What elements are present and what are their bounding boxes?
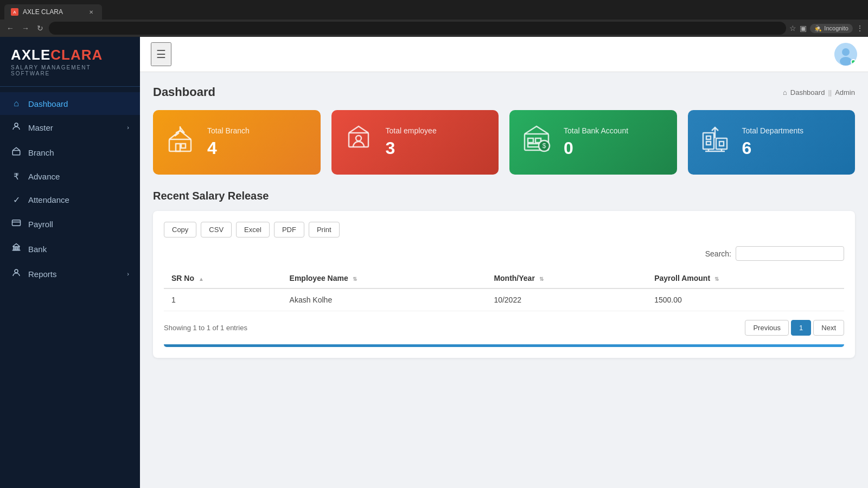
browser-actions: ☆ ▣ 🕵 Incognito ⋮ (789, 24, 864, 33)
branch-icon (11, 146, 22, 158)
bookmark-icon[interactable]: ☆ (789, 24, 796, 33)
col-payroll-amount[interactable]: Payroll Amount ⇅ (647, 268, 844, 288)
sort-month-icon: ⇅ (539, 276, 544, 282)
sidebar-item-attendance[interactable]: ✓ Attendance (0, 188, 140, 211)
sort-sr-icon: ▲ (199, 276, 204, 282)
svg-point-18 (356, 136, 361, 141)
col-month-year[interactable]: Month/Year ⇅ (486, 268, 647, 288)
search-label: Search: (705, 249, 731, 258)
sidebar-label-branch: Branch (28, 148, 54, 157)
sort-payroll-icon: ⇅ (714, 276, 719, 282)
sidebar-item-advance[interactable]: ₹ Advance (0, 165, 140, 188)
svg-rect-14 (181, 144, 186, 148)
header-right (834, 43, 857, 66)
employee-stat-info: Total employee 3 (386, 126, 437, 158)
sidebar-nav: ⌂ Dashboard Master › Branch ₹ A (0, 87, 140, 488)
branch-stat-value: 4 (207, 138, 250, 158)
logo: AXLECLARA (11, 47, 129, 63)
branch-stat-label: Total Branch (207, 126, 250, 135)
svg-rect-27 (706, 136, 711, 139)
pdf-button[interactable]: PDF (274, 222, 304, 237)
col-month-year-label: Month/Year (494, 274, 534, 282)
attendance-icon: ✓ (11, 195, 22, 205)
sidebar-item-payroll[interactable]: Payroll (0, 211, 140, 236)
incognito-label: Incognito (824, 25, 848, 31)
forward-button[interactable]: → (20, 23, 31, 34)
reports-icon (11, 268, 22, 280)
bank-stat-icon: $ (520, 123, 553, 162)
bank-stat-value: 0 (564, 138, 628, 158)
page-title: Dashboard (153, 85, 215, 99)
svg-point-11 (840, 57, 852, 66)
browser-toolbar: ← → ↻ ☆ ▣ 🕵 Incognito ⋮ (0, 20, 868, 37)
active-tab[interactable]: A AXLE CLARA ✕ (4, 4, 102, 20)
bank-stat-info: Total Bank Account 0 (564, 126, 628, 158)
sidebar-item-reports[interactable]: Reports › (0, 261, 140, 286)
browser-chrome: A AXLE CLARA ✕ ← → ↻ ☆ ▣ 🕵 Incognito ⋮ (0, 0, 868, 37)
tab-close-button[interactable]: ✕ (87, 8, 95, 16)
breadcrumb: ⌂ Dashboard || Admin (783, 88, 855, 97)
hamburger-button[interactable]: ☰ (151, 42, 171, 66)
app-container: AXLECLARA SALARY MANAGEMENT SOFTWARE ⌂ D… (0, 37, 868, 488)
reports-arrow-icon: › (127, 271, 129, 277)
sidebar-label-bank: Bank (28, 245, 47, 254)
previous-button[interactable]: Previous (745, 320, 789, 336)
col-employee-name[interactable]: Employee Name ⇅ (282, 268, 487, 288)
stat-card-branch: Total Branch 4 (153, 110, 321, 175)
stat-card-bank: $ Total Bank Account 0 (509, 110, 677, 175)
menu-icon[interactable]: ⋮ (856, 24, 864, 33)
salary-section-title: Recent Salary Release (153, 190, 855, 202)
svg-rect-6 (18, 247, 19, 251)
top-header: ☰ (140, 37, 868, 72)
sidebar-label-attendance: Attendance (28, 195, 69, 204)
sidebar-item-master[interactable]: Master › (0, 115, 140, 140)
excel-button[interactable]: Excel (236, 222, 270, 237)
cell-sr-no: 1 (164, 288, 282, 311)
svg-rect-1 (12, 151, 20, 155)
sidebar-label-reports: Reports (28, 269, 57, 279)
address-bar[interactable] (49, 22, 786, 35)
search-input[interactable] (736, 246, 844, 261)
sidebar: AXLECLARA SALARY MANAGEMENT SOFTWARE ⌂ D… (0, 37, 140, 488)
user-avatar[interactable] (834, 43, 857, 66)
salary-table-container: Copy CSV Excel PDF Print Search: (153, 211, 855, 358)
extension-icon[interactable]: ▣ (800, 24, 807, 33)
table-row: 1 Akash Kolhe 10/2022 1500.00 (164, 288, 844, 311)
browser-tabs: A AXLE CLARA ✕ (0, 0, 868, 20)
sidebar-label-master: Master (28, 123, 53, 132)
refresh-button[interactable]: ↻ (35, 23, 46, 34)
svg-rect-20 (528, 138, 533, 143)
breadcrumb-separator: || (828, 88, 832, 97)
main-content: ☰ Dashboard ⌂ Dash (140, 37, 868, 488)
employee-stat-value: 3 (386, 138, 437, 158)
copy-button[interactable]: Copy (164, 222, 196, 237)
advance-icon: ₹ (11, 171, 22, 182)
departments-stat-icon (699, 123, 731, 162)
tab-title: AXLE CLARA (23, 8, 63, 16)
sidebar-item-bank[interactable]: Bank (0, 236, 140, 261)
print-button[interactable]: Print (309, 222, 340, 237)
col-sr-no-label: SR No (171, 274, 194, 282)
csv-button[interactable]: CSV (201, 222, 232, 237)
sidebar-item-branch[interactable]: Branch (0, 140, 140, 165)
back-button[interactable]: ← (4, 23, 16, 34)
employee-stat-icon (342, 123, 375, 162)
logo-subtitle: SALARY MANAGEMENT SOFTWARE (11, 65, 129, 76)
branch-stat-info: Total Branch 4 (207, 126, 250, 158)
sidebar-item-dashboard[interactable]: ⌂ Dashboard (0, 92, 140, 115)
sidebar-label-dashboard: Dashboard (28, 99, 68, 108)
col-payroll-amount-label: Payroll Amount (654, 274, 710, 282)
page-1-button[interactable]: 1 (791, 320, 811, 336)
cell-month-year: 10/2022 (486, 288, 647, 311)
page-header: Dashboard ⌂ Dashboard || Admin (153, 85, 855, 99)
next-button[interactable]: Next (813, 320, 844, 336)
bank-icon (11, 243, 22, 255)
departments-stat-value: 6 (742, 138, 804, 158)
stat-card-departments: Total Departments 6 (688, 110, 856, 175)
logo-clara: CLARA (50, 47, 103, 63)
col-sr-no[interactable]: SR No ▲ (164, 268, 282, 288)
export-buttons: Copy CSV Excel PDF Print (164, 222, 844, 237)
content-area: Dashboard ⌂ Dashboard || Admin (140, 72, 868, 488)
sidebar-label-payroll: Payroll (28, 220, 53, 229)
master-arrow-icon: › (127, 124, 129, 131)
